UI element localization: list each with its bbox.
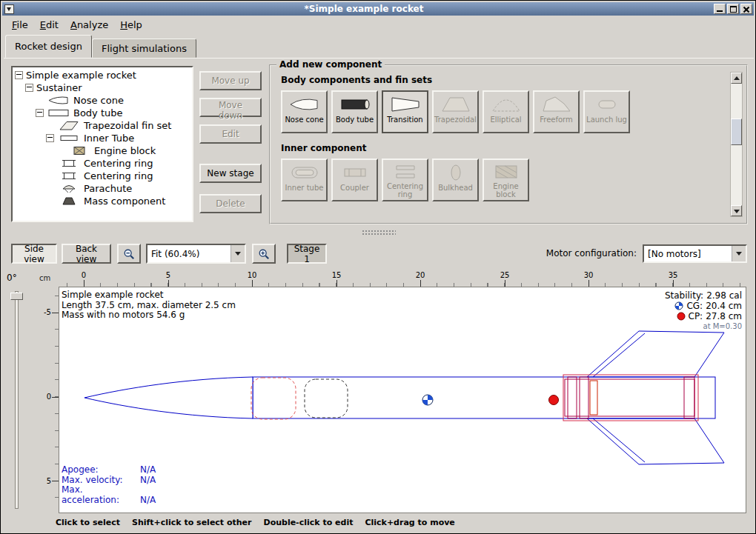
maximize-icon[interactable] [727, 4, 739, 14]
chevron-down-icon[interactable] [732, 246, 746, 261]
fin-top-outline[interactable] [587, 331, 724, 377]
move-up-button[interactable]: Move up [199, 71, 262, 90]
zoom-in-button[interactable] [252, 244, 276, 264]
menu-analyze[interactable]: Analyze [64, 17, 114, 33]
tree-item-mass-component[interactable]: Mass component [13, 195, 192, 207]
add-inner-tube-button[interactable]: Inner tube [281, 158, 328, 201]
edit-button[interactable]: Edit [199, 124, 262, 144]
cp-value: 27.8 cm [706, 311, 742, 321]
tab-rocket-design[interactable]: Rocket design [5, 35, 92, 58]
collapse-icon[interactable] [25, 84, 33, 92]
fin-edge-line [593, 418, 645, 462]
rotation-slider-thumb[interactable] [10, 293, 23, 300]
add-centering-ring-button[interactable]: Centering ring [382, 158, 428, 201]
zoom-out-button[interactable] [117, 244, 141, 264]
vertical-ruler: -5 0 5 [38, 287, 59, 513]
body-component-row: Nose cone Body tube Transition Trapezoid… [281, 90, 721, 133]
tree-item-body-tube[interactable]: Body tube [13, 107, 192, 119]
hint-shift-click: Shift+click to select other [132, 518, 252, 527]
mass-component-outline[interactable] [305, 379, 348, 418]
parachute-outline[interactable] [251, 378, 296, 419]
menu-edit[interactable]: Edit [34, 17, 64, 33]
tree-item-engine-block[interactable]: Engine block [13, 144, 192, 157]
zoom-select[interactable]: Fit (60.4%) [146, 244, 246, 264]
rocket-dimensions: Length 37.5 cm, max. diameter 2.5 cm [62, 301, 236, 311]
scroll-up-icon[interactable] [731, 73, 742, 84]
new-stage-button[interactable]: New stage [199, 164, 262, 183]
motor-mount-outline[interactable] [563, 375, 698, 421]
centering-ring-icon [57, 158, 81, 169]
aft-ring-outline[interactable] [684, 377, 694, 418]
stage-1-toggle[interactable]: Stage 1 [287, 244, 327, 264]
window-menu-icon[interactable] [4, 4, 14, 14]
menu-help[interactable]: Help [114, 17, 148, 33]
rocket-canvas[interactable]: Simple example rocket Length 37.5 cm, ma… [59, 287, 746, 513]
centering-ring-icon [57, 170, 81, 181]
add-elliptical-fin-button[interactable]: Elliptical [483, 90, 529, 133]
stability-label: Stability: [665, 290, 703, 301]
scroll-down-icon[interactable] [731, 205, 742, 216]
side-view-button[interactable]: Side view [11, 244, 57, 264]
collapse-icon[interactable] [36, 109, 44, 117]
menubar: File Edit Analyze Help [2, 16, 754, 34]
add-coupler-button[interactable]: Coupler [331, 158, 378, 201]
centering-ring-outline[interactable] [580, 377, 588, 418]
fin-bottom-outline[interactable] [587, 418, 724, 464]
add-trapezoidal-fin-button[interactable]: Trapezoidal [432, 90, 479, 133]
coupler-icon [339, 162, 371, 183]
elliptical-fin-icon [490, 94, 523, 115]
close-icon[interactable] [740, 4, 752, 14]
cg-label: CG: [686, 301, 703, 311]
component-tree: Simple example rocket Sustainer Nose con… [11, 66, 193, 222]
tab-flight-simulations[interactable]: Flight simulations [92, 39, 196, 58]
add-launch-lug-button[interactable]: Launch lug [583, 90, 630, 133]
scrollbar-thumb[interactable] [731, 119, 742, 145]
rocket-drawing[interactable] [59, 287, 746, 513]
body-section-label: Body components and fin sets [281, 75, 721, 85]
engine-block-icon [490, 162, 523, 181]
move-down-button[interactable]: Move down [199, 98, 262, 117]
flight-data-block: Apogee:N/A Max. velocity:N/A Max. accele… [62, 465, 156, 505]
collapse-icon[interactable] [46, 134, 54, 142]
body-tube-icon [339, 94, 371, 115]
splitter-handle[interactable] [4, 228, 754, 236]
rotation-slider[interactable] [15, 291, 19, 509]
tree-item-rocket[interactable]: Simple example rocket [13, 69, 192, 81]
tree-item-nose-cone[interactable]: Nose cone [13, 94, 192, 107]
parachute-icon [57, 183, 81, 194]
add-nose-cone-button[interactable]: Nose cone [281, 90, 328, 133]
component-scrollbar[interactable] [730, 72, 743, 217]
back-view-button[interactable]: Back view [62, 244, 111, 264]
tree-item-sustainer[interactable]: Sustainer [13, 81, 192, 94]
rocket-info: Simple example rocket Length 37.5 cm, ma… [62, 290, 236, 321]
delete-button[interactable]: Delete [199, 194, 262, 213]
group-title: Add new component [276, 59, 385, 70]
add-transition-button[interactable]: Transition [382, 90, 428, 133]
add-bulkhead-button[interactable]: Bulkhead [432, 158, 479, 201]
inner-tube-icon [57, 133, 81, 144]
hint-double-click: Double-click to edit [264, 518, 354, 527]
magnifier-plus-icon [258, 247, 270, 261]
add-freeform-fin-button[interactable]: Freeform [533, 90, 580, 133]
add-engine-block-button[interactable]: Engine block [483, 158, 529, 201]
engine-block-outline[interactable] [590, 381, 597, 415]
nose-cone-outline[interactable] [84, 377, 253, 418]
horizontal-ruler: 0 5 10 15 20 25 30 35 [59, 270, 746, 287]
tree-item-centering-ring-2[interactable]: Centering ring [13, 170, 192, 182]
add-body-tube-button[interactable]: Body tube [331, 90, 378, 133]
launch-lug-icon [591, 94, 623, 115]
chevron-down-icon[interactable] [231, 245, 245, 262]
cp-marker [549, 396, 559, 405]
menu-file[interactable]: File [6, 17, 34, 33]
tree-item-centering-ring-1[interactable]: Centering ring [13, 157, 192, 170]
tree-item-fin-set[interactable]: Trapezoidal fin set [13, 119, 192, 132]
mass-component-icon [57, 196, 81, 207]
centering-ring-outline[interactable] [568, 377, 577, 418]
collapse-icon[interactable] [15, 71, 23, 79]
minimize-icon[interactable] [714, 4, 726, 14]
tree-item-parachute[interactable]: Parachute [13, 182, 192, 195]
body-tube-outline[interactable] [253, 377, 715, 418]
motor-config-select[interactable]: [No motors] [643, 244, 747, 263]
tree-item-inner-tube[interactable]: Inner Tube [13, 132, 192, 144]
inner-tube-outline[interactable] [565, 379, 694, 416]
